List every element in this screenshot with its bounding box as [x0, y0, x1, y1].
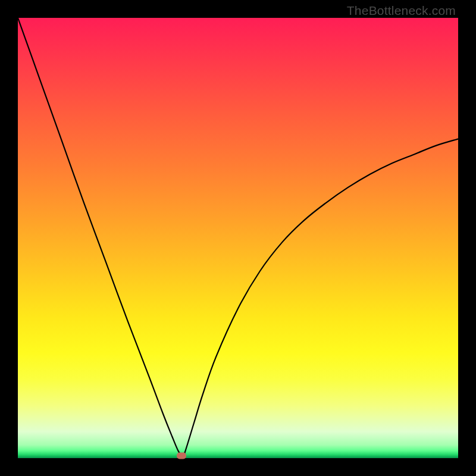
chart-container: TheBottleneck.com: [0, 0, 476, 476]
bottleneck-curve-path: [18, 18, 458, 456]
optimum-marker: [177, 453, 186, 459]
watermark-text: TheBottleneck.com: [347, 4, 456, 18]
curve-svg: [18, 18, 458, 458]
plot-area: [18, 18, 458, 458]
